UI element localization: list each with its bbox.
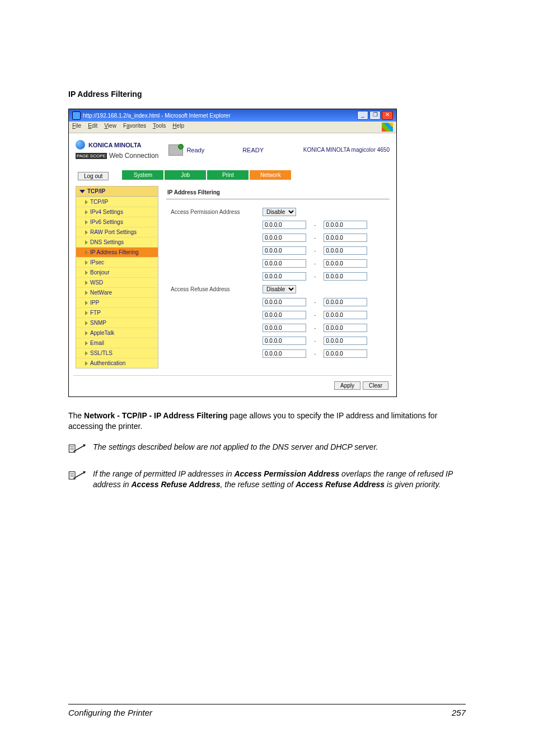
arrow-icon [85, 351, 88, 356]
note-2: If the range of permitted IP addresses i… [68, 469, 466, 490]
arrow-icon [85, 291, 88, 295]
arrow-icon [85, 220, 88, 225]
ready-banner: READY [242, 147, 264, 153]
sidebar-item-appletalk[interactable]: AppleTalk [76, 328, 158, 338]
page-heading: IP Address Filtering [68, 90, 466, 99]
intro-paragraph: The Network - TCP/IP - IP Address Filter… [68, 410, 466, 432]
sidebar-item-ipp[interactable]: IPP [76, 297, 158, 307]
apply-button[interactable]: Apply [334, 381, 360, 390]
note-1-text: The settings described below are not app… [93, 442, 378, 456]
chevron-down-icon [79, 190, 85, 193]
ie-icon [72, 111, 81, 120]
perm-from-2[interactable] [263, 234, 306, 242]
perm-to-1[interactable] [324, 221, 367, 229]
perm-from-5[interactable] [263, 272, 306, 281]
range-sep: - [311, 219, 319, 231]
ref-from-5[interactable] [263, 349, 306, 358]
sidebar-item-ssltls[interactable]: SSL/TLS [76, 348, 158, 358]
sidebar-item-ipv4[interactable]: IPv4 Settings [76, 207, 158, 217]
arrow-icon [85, 281, 88, 285]
arrow-icon [85, 361, 88, 366]
sidebar-item-tcpip[interactable]: TCP/IP [76, 197, 158, 207]
main-panel: IP Address Filtering Access Permission A… [166, 186, 390, 368]
sidebar-item-email[interactable]: Email [76, 338, 158, 348]
tab-bar: System Job Print Network [122, 170, 291, 180]
perm-from-3[interactable] [263, 246, 306, 255]
menu-edit[interactable]: Edit [88, 123, 97, 132]
arrow-icon [85, 321, 88, 325]
tab-print[interactable]: Print [207, 170, 249, 180]
brand-suffix: Web Connection [109, 152, 159, 160]
sidebar-item-snmp[interactable]: SNMP [76, 318, 158, 328]
ref-to-4[interactable] [324, 337, 367, 345]
menu-tools[interactable]: Tools [153, 123, 166, 132]
perm-from-4[interactable] [263, 259, 306, 268]
perm-to-5[interactable] [324, 272, 367, 281]
menu-file[interactable]: File [72, 123, 81, 132]
note-1: The settings described below are not app… [68, 442, 466, 456]
arrow-icon [85, 250, 88, 255]
close-button[interactable]: ✕ [382, 111, 393, 120]
pagescope-badge: PAGE SCOPE [76, 153, 107, 159]
perm-to-4[interactable] [324, 259, 367, 268]
sidebar: TCP/IP TCP/IP IPv4 Settings IPv6 Setting… [76, 186, 158, 368]
tab-system[interactable]: System [122, 170, 163, 180]
ref-from-1[interactable] [263, 298, 306, 306]
printer-status: Ready [168, 144, 204, 156]
sidebar-item-netware[interactable]: NetWare [76, 287, 158, 297]
menu-view[interactable]: View [104, 123, 116, 132]
ms-logo-icon [382, 123, 393, 132]
status-label: Ready [186, 147, 204, 153]
tab-network[interactable]: Network [250, 170, 291, 180]
model-label: KONICA MINOLTA magicolor 4650 [303, 147, 390, 153]
ref-from-3[interactable] [263, 324, 306, 332]
titlebar: http://192.168.1.2/a_index.html - Micros… [69, 109, 396, 122]
note-icon [68, 442, 86, 456]
sidebar-item-wsd[interactable]: WSD [76, 277, 158, 287]
browser-window: http://192.168.1.2/a_index.html - Micros… [68, 109, 397, 397]
sidebar-head-tcpip[interactable]: TCP/IP [76, 186, 158, 197]
ref-to-1[interactable] [324, 298, 367, 306]
printer-icon [168, 144, 183, 156]
perm-to-2[interactable] [324, 234, 367, 242]
perm-to-3[interactable] [324, 246, 367, 255]
window-title: http://192.168.1.2/a_index.html - Micros… [83, 113, 230, 119]
arrow-icon [85, 341, 88, 346]
arrow-icon [85, 240, 88, 245]
ref-from-4[interactable] [263, 337, 306, 345]
arrow-icon [85, 210, 88, 214]
menu-favorites[interactable]: Favorites [123, 123, 146, 132]
refuse-select[interactable]: Disable [263, 285, 296, 293]
arrow-icon [85, 311, 88, 315]
sidebar-item-ipsec[interactable]: IPsec [76, 257, 158, 267]
logout-button[interactable]: Log out [78, 172, 109, 180]
sidebar-item-bonjour[interactable]: Bonjour [76, 267, 158, 277]
ref-from-2[interactable] [263, 311, 306, 319]
permission-select[interactable]: Disable [263, 208, 296, 216]
note-2-text: If the range of permitted IP addresses i… [93, 469, 466, 490]
tab-job[interactable]: Job [165, 170, 206, 180]
minimize-button[interactable]: _ [357, 111, 368, 120]
clear-button[interactable]: Clear [363, 381, 388, 390]
sidebar-item-dns[interactable]: DNS Settings [76, 237, 158, 247]
sidebar-item-ipv6[interactable]: IPv6 Settings [76, 217, 158, 227]
arrow-icon [85, 270, 88, 275]
menu-help[interactable]: Help [172, 123, 184, 132]
ref-to-3[interactable] [324, 324, 367, 332]
refuse-label: Access Refuse Address [167, 283, 258, 295]
perm-from-1[interactable] [263, 221, 306, 229]
footer-left: Configuring the Printer [68, 708, 152, 717]
sidebar-item-rawport[interactable]: RAW Port Settings [76, 227, 158, 237]
ref-to-5[interactable] [324, 349, 367, 358]
maximize-button[interactable]: ❐ [369, 111, 381, 120]
arrow-icon [85, 301, 88, 305]
arrow-icon [85, 200, 88, 204]
sidebar-item-ftp[interactable]: FTP [76, 307, 158, 318]
permission-label: Access Permission Address [167, 206, 258, 218]
arrow-icon [85, 230, 88, 235]
arrow-icon [85, 260, 88, 265]
sidebar-item-auth[interactable]: Authentication [76, 358, 158, 368]
footer-rule [68, 704, 466, 704]
sidebar-item-ipfilter[interactable]: IP Address Filtering [76, 247, 158, 257]
ref-to-2[interactable] [324, 311, 367, 319]
